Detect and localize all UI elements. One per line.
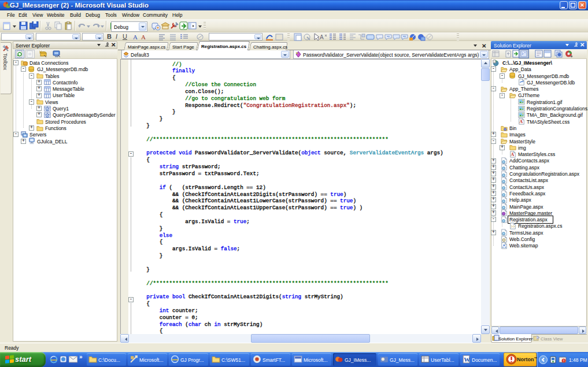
svg-text:W: W <box>464 356 470 363</box>
svg-text:A: A <box>320 34 324 40</box>
svg-text:A: A <box>141 34 146 40</box>
svg-text:A: A <box>520 120 523 125</box>
svg-text:A: A <box>511 152 515 157</box>
svg-text:A: A <box>133 34 138 40</box>
